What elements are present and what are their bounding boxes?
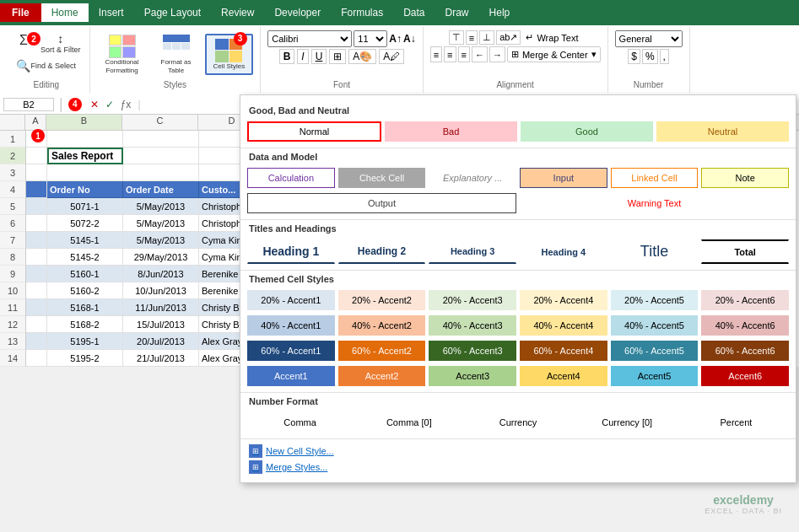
currency-button[interactable]: $ [628, 49, 640, 64]
style-accent2-60[interactable]: 60% - Accent2 [338, 341, 426, 361]
cell-a11[interactable] [26, 299, 47, 316]
underline-button[interactable]: U [311, 49, 327, 64]
style-accent5-60[interactable]: 60% - Accent5 [611, 341, 699, 361]
font-family-select[interactable]: Calibri [267, 30, 352, 47]
tab-review[interactable]: Review [211, 3, 264, 22]
orientation-button[interactable]: ab↗ [496, 30, 521, 45]
cell-c14[interactable]: 21/Jul/2013 [123, 350, 199, 367]
style-comma-0[interactable]: Comma [0] [356, 412, 462, 433]
cell-a6[interactable] [26, 215, 47, 232]
style-accent5-40[interactable]: 40% - Accent5 [611, 315, 699, 336]
style-normal[interactable]: Normal [247, 121, 381, 142]
sort-filter-button[interactable]: ↕ Sort & Filter [39, 30, 83, 56]
style-accent6-40[interactable]: 40% - Accent6 [701, 315, 789, 336]
cell-c3[interactable] [123, 164, 199, 181]
percent-button[interactable]: % [642, 49, 658, 64]
tab-data[interactable]: Data [393, 3, 435, 22]
cell-c4[interactable]: Order Date [123, 181, 199, 198]
cell-a14[interactable] [26, 350, 47, 367]
font-color-button[interactable]: A🖊 [379, 49, 404, 64]
align-top-button[interactable]: ⊤ [449, 30, 464, 45]
cell-b13[interactable]: 5195-1 [47, 333, 123, 350]
style-percent[interactable]: Percent [683, 412, 789, 433]
cell-b9[interactable]: 5160-1 [47, 266, 123, 282]
cell-c7[interactable]: 5/May/2013 [123, 232, 199, 249]
decrease-font-button[interactable]: A↓ [403, 33, 416, 45]
col-header-a[interactable]: A [25, 115, 46, 130]
style-accent5[interactable]: Accent5 [611, 366, 699, 386]
style-bad[interactable]: Bad [385, 121, 517, 142]
cell-a10[interactable] [26, 282, 47, 299]
col-header-b[interactable]: B [46, 115, 122, 130]
style-accent4[interactable]: Accent4 [520, 366, 607, 386]
align-bottom-button[interactable]: ⊥ [479, 30, 494, 45]
style-accent3-40[interactable]: 40% - Accent3 [429, 315, 516, 336]
style-heading4[interactable]: Heading 4 [520, 239, 607, 264]
cell-b3[interactable] [47, 164, 123, 181]
cell-b8[interactable]: 5145-2 [47, 249, 123, 266]
cell-a13[interactable] [26, 333, 47, 350]
cell-b6[interactable]: 5072-2 [47, 215, 123, 232]
merge-center-button[interactable]: ⊞ Merge & Center ▾ [507, 46, 601, 62]
cell-a2[interactable] [26, 148, 47, 164]
align-right-button[interactable]: ≡ [458, 46, 470, 62]
cell-a8[interactable] [26, 249, 47, 266]
insert-function-icon[interactable]: ƒx [119, 99, 133, 110]
style-accent2-40[interactable]: 40% - Accent2 [338, 315, 426, 336]
number-format-select[interactable]: General [615, 30, 683, 47]
tab-formulas[interactable]: Formulas [331, 3, 393, 22]
confirm-icon[interactable]: ✓ [104, 99, 116, 110]
tab-help[interactable]: Help [479, 3, 521, 22]
cell-c6[interactable]: 5/May/2013 [123, 215, 199, 232]
style-accent2[interactable]: Accent2 [338, 366, 426, 386]
cell-b4[interactable]: Order No [47, 181, 123, 198]
cell-c9[interactable]: 8/Jun/2013 [123, 266, 199, 282]
style-accent4-60[interactable]: 60% - Accent4 [520, 341, 607, 361]
align-left-button[interactable]: ≡ [430, 46, 442, 62]
col-header-c[interactable]: C [122, 115, 198, 130]
style-accent1[interactable]: Accent1 [247, 366, 335, 386]
style-comma[interactable]: Comma [247, 412, 353, 433]
style-calculation[interactable]: Calculation [247, 168, 335, 188]
merge-styles-link[interactable]: ⊞ Merge Styles... [249, 460, 787, 474]
italic-button[interactable]: I [297, 49, 308, 64]
style-accent5-20[interactable]: 20% - Accent5 [611, 290, 699, 310]
cell-c12[interactable]: 15/Jul/2013 [123, 316, 199, 333]
cell-c2[interactable] [123, 148, 199, 164]
style-output[interactable]: Output [247, 193, 516, 213]
style-accent4-40[interactable]: 40% - Accent4 [520, 315, 607, 336]
style-explanatory[interactable]: Explanatory ... [429, 168, 516, 188]
style-title[interactable]: Title [611, 239, 699, 264]
bold-button[interactable]: B [279, 49, 295, 64]
style-linked-cell[interactable]: Linked Cell [611, 168, 699, 188]
style-warning-text[interactable]: Warning Text [520, 193, 789, 213]
cell-a7[interactable] [26, 232, 47, 249]
style-heading1[interactable]: Heading 1 [247, 239, 335, 264]
style-check-cell[interactable]: Check Cell [338, 168, 426, 188]
style-accent1-60[interactable]: 60% - Accent1 [247, 341, 335, 361]
cell-a12[interactable] [26, 316, 47, 333]
new-cell-style-link[interactable]: ⊞ New Cell Style... [249, 444, 787, 458]
style-total[interactable]: Total [701, 239, 789, 264]
style-input[interactable]: Input [520, 168, 607, 188]
style-accent3[interactable]: Accent3 [429, 366, 516, 386]
indent-right-button[interactable]: → [489, 46, 505, 62]
tab-page-layout[interactable]: Page Layout [134, 3, 211, 22]
tab-draw[interactable]: Draw [435, 3, 479, 22]
increase-font-button[interactable]: A↑ [389, 33, 402, 45]
cell-a1[interactable]: 1 [26, 131, 47, 148]
style-accent6-60[interactable]: 60% - Accent6 [701, 341, 789, 361]
cell-c11[interactable]: 11/Jun/2013 [123, 299, 199, 316]
align-center-button[interactable]: ≡ [444, 46, 456, 62]
cell-reference-input[interactable] [3, 98, 54, 111]
wrap-text-button[interactable]: ↵ Wrap Text [522, 30, 581, 45]
cell-a4[interactable] [26, 181, 47, 198]
border-button[interactable]: ⊞ [329, 49, 346, 64]
cell-b10[interactable]: 5160-2 [47, 282, 123, 299]
cell-styles-button[interactable]: Cell Styles 3 [205, 34, 254, 76]
cell-a5[interactable] [26, 198, 47, 215]
tab-developer[interactable]: Developer [264, 3, 331, 22]
fill-color-button[interactable]: A🎨 [348, 49, 376, 64]
tab-home[interactable]: Home [41, 3, 89, 22]
style-currency-0[interactable]: Currency [0] [575, 412, 680, 433]
